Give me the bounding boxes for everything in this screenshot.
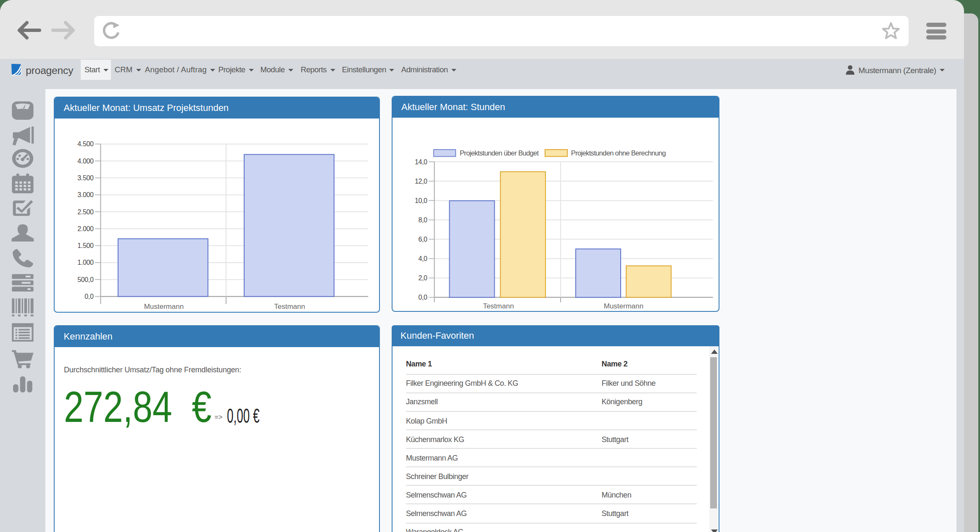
svg-text:10,0: 10,0 — [415, 197, 427, 204]
svg-text:4.000: 4.000 — [78, 158, 94, 165]
svg-text:4.500: 4.500 — [78, 141, 94, 148]
svg-text:2.000: 2.000 — [78, 226, 94, 233]
svg-text:Projektstunden über Budget: Projektstunden über Budget — [460, 150, 539, 158]
svg-text:2.500: 2.500 — [78, 208, 94, 216]
svg-text:6,0: 6,0 — [419, 236, 428, 243]
svg-text:14,0: 14,0 — [415, 158, 427, 166]
svg-text:8,0: 8,0 — [419, 216, 428, 224]
svg-text:0,0: 0,0 — [419, 294, 428, 301]
svg-text:Mustermann: Mustermann — [144, 303, 184, 311]
svg-text:Mustermann: Mustermann — [604, 303, 643, 311]
svg-text:12,0: 12,0 — [415, 178, 427, 185]
svg-text:Testmann: Testmann — [483, 303, 514, 311]
svg-text:3.500: 3.500 — [78, 175, 94, 182]
svg-text:Projektstunden ohne Berechnung: Projektstunden ohne Berechnung — [571, 150, 666, 158]
svg-text:4,0: 4,0 — [419, 255, 428, 262]
svg-text:1.500: 1.500 — [78, 242, 94, 250]
svg-text:3.000: 3.000 — [78, 192, 94, 199]
svg-text:0,0: 0,0 — [85, 293, 94, 300]
svg-text:2,0: 2,0 — [419, 274, 428, 282]
svg-text:1.000: 1.000 — [78, 259, 94, 266]
svg-text:Testmann: Testmann — [274, 303, 306, 311]
svg-text:500,0: 500,0 — [78, 277, 94, 284]
